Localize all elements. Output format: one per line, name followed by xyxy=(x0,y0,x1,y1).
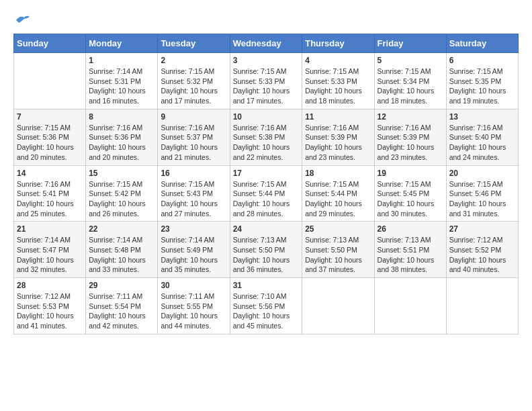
calendar-cell: 27Sunrise: 7:12 AMSunset: 5:52 PMDayligh… xyxy=(446,222,518,278)
calendar-cell: 18Sunrise: 7:15 AMSunset: 5:44 PMDayligh… xyxy=(302,165,374,222)
calendar-header-saturday: Saturday xyxy=(446,34,518,53)
day-number: 23 xyxy=(161,224,226,234)
day-info: Sunrise: 7:14 AMSunset: 5:31 PMDaylight:… xyxy=(89,66,154,106)
page-header xyxy=(13,13,519,27)
calendar-cell: 17Sunrise: 7:15 AMSunset: 5:44 PMDayligh… xyxy=(230,165,302,222)
day-info: Sunrise: 7:16 AMSunset: 5:41 PMDaylight:… xyxy=(17,179,83,219)
day-number: 24 xyxy=(233,224,300,234)
calendar-cell: 31Sunrise: 7:10 AMSunset: 5:56 PMDayligh… xyxy=(230,278,302,334)
logo xyxy=(13,13,31,27)
calendar-cell: 11Sunrise: 7:16 AMSunset: 5:39 PMDayligh… xyxy=(302,109,374,165)
day-info: Sunrise: 7:15 AMSunset: 5:35 PMDaylight:… xyxy=(449,66,515,106)
calendar-header-sunday: Sunday xyxy=(14,34,86,53)
day-info: Sunrise: 7:15 AMSunset: 5:33 PMDaylight:… xyxy=(233,66,300,106)
day-number: 1 xyxy=(89,56,154,65)
day-info: Sunrise: 7:14 AMSunset: 5:49 PMDaylight:… xyxy=(161,235,226,275)
day-number: 17 xyxy=(233,169,300,178)
calendar-cell: 9Sunrise: 7:16 AMSunset: 5:37 PMDaylight… xyxy=(158,109,230,165)
day-number: 14 xyxy=(17,169,83,178)
calendar-cell: 15Sunrise: 7:15 AMSunset: 5:42 PMDayligh… xyxy=(86,165,158,222)
calendar-cell: 2Sunrise: 7:15 AMSunset: 5:32 PMDaylight… xyxy=(158,53,230,109)
day-info: Sunrise: 7:15 AMSunset: 5:33 PMDaylight:… xyxy=(305,66,371,106)
calendar-week-row: 14Sunrise: 7:16 AMSunset: 5:41 PMDayligh… xyxy=(14,165,519,222)
day-info: Sunrise: 7:12 AMSunset: 5:52 PMDaylight:… xyxy=(449,235,515,275)
day-info: Sunrise: 7:15 AMSunset: 5:45 PMDaylight:… xyxy=(378,179,443,219)
calendar-week-row: 1Sunrise: 7:14 AMSunset: 5:31 PMDaylight… xyxy=(14,53,519,109)
calendar-header-row: SundayMondayTuesdayWednesdayThursdayFrid… xyxy=(14,34,519,53)
calendar-cell: 10Sunrise: 7:16 AMSunset: 5:38 PMDayligh… xyxy=(230,109,302,165)
day-info: Sunrise: 7:14 AMSunset: 5:48 PMDaylight:… xyxy=(89,235,154,275)
day-number: 7 xyxy=(17,112,83,122)
day-number: 15 xyxy=(89,169,154,178)
day-number: 22 xyxy=(89,224,154,234)
calendar-header-monday: Monday xyxy=(86,34,158,53)
day-number: 10 xyxy=(233,112,300,122)
calendar-cell xyxy=(446,278,518,334)
day-info: Sunrise: 7:16 AMSunset: 5:38 PMDaylight:… xyxy=(233,123,300,163)
day-number: 8 xyxy=(89,112,154,122)
calendar-cell: 3Sunrise: 7:15 AMSunset: 5:33 PMDaylight… xyxy=(230,53,302,109)
logo-bird-icon xyxy=(15,13,31,27)
calendar-cell: 6Sunrise: 7:15 AMSunset: 5:35 PMDaylight… xyxy=(446,53,518,109)
calendar-week-row: 21Sunrise: 7:14 AMSunset: 5:47 PMDayligh… xyxy=(14,222,519,278)
day-info: Sunrise: 7:12 AMSunset: 5:53 PMDaylight:… xyxy=(17,291,83,331)
calendar-cell: 19Sunrise: 7:15 AMSunset: 5:45 PMDayligh… xyxy=(374,165,446,222)
calendar-week-row: 28Sunrise: 7:12 AMSunset: 5:53 PMDayligh… xyxy=(14,278,519,334)
calendar-header-tuesday: Tuesday xyxy=(158,34,230,53)
calendar-cell: 26Sunrise: 7:13 AMSunset: 5:51 PMDayligh… xyxy=(374,222,446,278)
calendar-cell: 4Sunrise: 7:15 AMSunset: 5:33 PMDaylight… xyxy=(302,53,374,109)
calendar-cell: 5Sunrise: 7:15 AMSunset: 5:34 PMDaylight… xyxy=(374,53,446,109)
day-info: Sunrise: 7:11 AMSunset: 5:54 PMDaylight:… xyxy=(89,291,154,331)
calendar-cell: 7Sunrise: 7:15 AMSunset: 5:36 PMDaylight… xyxy=(14,109,86,165)
calendar-cell: 24Sunrise: 7:13 AMSunset: 5:50 PMDayligh… xyxy=(230,222,302,278)
calendar-table: SundayMondayTuesdayWednesdayThursdayFrid… xyxy=(13,34,519,334)
calendar-cell: 13Sunrise: 7:16 AMSunset: 5:40 PMDayligh… xyxy=(446,109,518,165)
day-info: Sunrise: 7:11 AMSunset: 5:55 PMDaylight:… xyxy=(161,291,226,331)
day-info: Sunrise: 7:15 AMSunset: 5:42 PMDaylight:… xyxy=(89,179,154,219)
day-info: Sunrise: 7:16 AMSunset: 5:40 PMDaylight:… xyxy=(449,123,515,163)
calendar-cell: 8Sunrise: 7:16 AMSunset: 5:36 PMDaylight… xyxy=(86,109,158,165)
day-number: 26 xyxy=(378,224,443,234)
calendar-cell xyxy=(14,53,86,109)
calendar-cell: 30Sunrise: 7:11 AMSunset: 5:55 PMDayligh… xyxy=(158,278,230,334)
day-number: 19 xyxy=(378,169,443,178)
day-number: 13 xyxy=(449,112,515,122)
day-info: Sunrise: 7:15 AMSunset: 5:34 PMDaylight:… xyxy=(378,66,443,106)
day-info: Sunrise: 7:13 AMSunset: 5:51 PMDaylight:… xyxy=(378,235,443,275)
calendar-cell: 22Sunrise: 7:14 AMSunset: 5:48 PMDayligh… xyxy=(86,222,158,278)
calendar-cell: 12Sunrise: 7:16 AMSunset: 5:39 PMDayligh… xyxy=(374,109,446,165)
calendar-cell xyxy=(302,278,374,334)
calendar-cell: 29Sunrise: 7:11 AMSunset: 5:54 PMDayligh… xyxy=(86,278,158,334)
day-number: 31 xyxy=(233,281,300,290)
calendar-header-thursday: Thursday xyxy=(302,34,374,53)
day-info: Sunrise: 7:15 AMSunset: 5:46 PMDaylight:… xyxy=(449,179,515,219)
day-info: Sunrise: 7:13 AMSunset: 5:50 PMDaylight:… xyxy=(233,235,300,275)
day-info: Sunrise: 7:15 AMSunset: 5:32 PMDaylight:… xyxy=(161,66,226,106)
day-info: Sunrise: 7:14 AMSunset: 5:47 PMDaylight:… xyxy=(17,235,83,275)
calendar-cell: 1Sunrise: 7:14 AMSunset: 5:31 PMDaylight… xyxy=(86,53,158,109)
day-number: 18 xyxy=(305,169,371,178)
day-number: 2 xyxy=(161,56,226,65)
day-info: Sunrise: 7:13 AMSunset: 5:50 PMDaylight:… xyxy=(305,235,371,275)
day-info: Sunrise: 7:16 AMSunset: 5:39 PMDaylight:… xyxy=(378,123,443,163)
day-info: Sunrise: 7:16 AMSunset: 5:36 PMDaylight:… xyxy=(89,123,154,163)
calendar-header-friday: Friday xyxy=(374,34,446,53)
day-info: Sunrise: 7:15 AMSunset: 5:36 PMDaylight:… xyxy=(17,123,83,163)
calendar-cell: 25Sunrise: 7:13 AMSunset: 5:50 PMDayligh… xyxy=(302,222,374,278)
calendar-cell: 23Sunrise: 7:14 AMSunset: 5:49 PMDayligh… xyxy=(158,222,230,278)
calendar-cell: 21Sunrise: 7:14 AMSunset: 5:47 PMDayligh… xyxy=(14,222,86,278)
calendar-cell: 16Sunrise: 7:15 AMSunset: 5:43 PMDayligh… xyxy=(158,165,230,222)
day-number: 21 xyxy=(17,224,83,234)
calendar-week-row: 7Sunrise: 7:15 AMSunset: 5:36 PMDaylight… xyxy=(14,109,519,165)
day-info: Sunrise: 7:15 AMSunset: 5:44 PMDaylight:… xyxy=(305,179,371,219)
day-number: 12 xyxy=(378,112,443,122)
day-info: Sunrise: 7:15 AMSunset: 5:43 PMDaylight:… xyxy=(161,179,226,219)
day-number: 29 xyxy=(89,281,154,290)
day-number: 6 xyxy=(449,56,515,65)
day-number: 25 xyxy=(305,224,371,234)
day-number: 4 xyxy=(305,56,371,65)
day-number: 30 xyxy=(161,281,226,290)
day-number: 3 xyxy=(233,56,300,65)
day-info: Sunrise: 7:16 AMSunset: 5:37 PMDaylight:… xyxy=(161,123,226,163)
calendar-cell: 20Sunrise: 7:15 AMSunset: 5:46 PMDayligh… xyxy=(446,165,518,222)
